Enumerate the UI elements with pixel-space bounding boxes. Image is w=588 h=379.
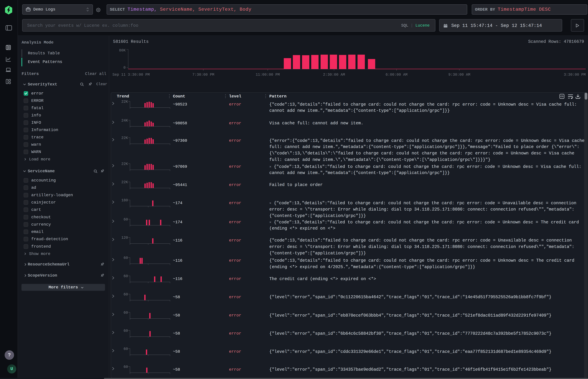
svg-text:180: 180 — [121, 199, 128, 203]
svg-text:2:30:00 AM: 2:30:00 AM — [323, 73, 345, 77]
svg-text:11:00:00 PM: 11:00:00 PM — [256, 73, 280, 77]
svg-text:6:00:00 AM: 6:00:00 AM — [386, 73, 407, 77]
svg-text:60: 60 — [124, 311, 128, 315]
svg-text:22K: 22K — [121, 136, 128, 140]
svg-text:60: 60 — [124, 274, 128, 278]
svg-text:22K: 22K — [121, 162, 128, 166]
svg-text:60: 60 — [124, 293, 128, 297]
svg-text:9:30:00 AM: 9:30:00 AM — [448, 73, 470, 77]
svg-text:80K: 80K — [119, 48, 126, 53]
svg-text:60: 60 — [124, 365, 128, 369]
svg-text:24K: 24K — [121, 119, 128, 123]
svg-text:3:30:00 PM: 3:30:00 PM — [564, 73, 586, 77]
svg-text:60: 60 — [124, 218, 128, 222]
svg-text:60: 60 — [124, 347, 128, 351]
svg-text:120: 120 — [121, 236, 128, 240]
svg-text:Sep 11 3:30:00 PM: Sep 11 3:30:00 PM — [112, 73, 150, 77]
svg-text:7:30:00 PM: 7:30:00 PM — [192, 73, 214, 77]
svg-text:22K: 22K — [121, 100, 128, 104]
svg-text:60: 60 — [124, 329, 128, 333]
svg-text:60: 60 — [124, 256, 128, 260]
svg-text:22K: 22K — [121, 180, 128, 184]
svg-text:0: 0 — [124, 66, 126, 70]
